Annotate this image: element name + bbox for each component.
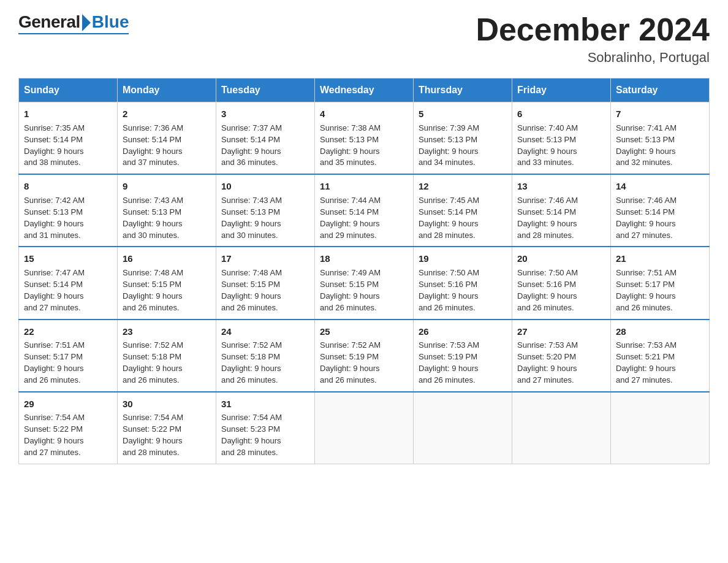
calendar-cell: 28 Sunrise: 7:53 AM Sunset: 5:21 PM Dayl… xyxy=(611,320,710,392)
day-info: Sunrise: 7:50 AM Sunset: 5:16 PM Dayligh… xyxy=(517,267,605,313)
calendar-cell: 17 Sunrise: 7:48 AM Sunset: 5:15 PM Dayl… xyxy=(216,247,315,319)
calendar-header-row: Sunday Monday Tuesday Wednesday Thursday… xyxy=(19,79,710,102)
day-number: 31 xyxy=(221,397,309,411)
day-info: Sunrise: 7:45 AM Sunset: 5:14 PM Dayligh… xyxy=(419,195,507,241)
day-info: Sunrise: 7:50 AM Sunset: 5:16 PM Dayligh… xyxy=(419,267,507,313)
week-row-3: 15 Sunrise: 7:47 AM Sunset: 5:14 PM Dayl… xyxy=(19,247,710,319)
col-saturday: Saturday xyxy=(611,79,710,102)
day-info: Sunrise: 7:52 AM Sunset: 5:18 PM Dayligh… xyxy=(123,340,211,386)
calendar-cell: 2 Sunrise: 7:36 AM Sunset: 5:14 PM Dayli… xyxy=(118,102,216,175)
logo-underline xyxy=(18,33,129,34)
calendar-table: Sunday Monday Tuesday Wednesday Thursday… xyxy=(18,78,710,464)
calendar-cell: 27 Sunrise: 7:53 AM Sunset: 5:20 PM Dayl… xyxy=(512,320,611,392)
day-number: 10 xyxy=(221,180,309,193)
logo-blue-text: Blue xyxy=(92,12,129,32)
day-number: 19 xyxy=(419,252,507,266)
title-section: December 2024 Sobralinho, Portugal xyxy=(476,12,710,66)
page-header: General Blue December 2024 Sobralinho, P… xyxy=(18,12,710,66)
calendar-cell: 10 Sunrise: 7:43 AM Sunset: 5:13 PM Dayl… xyxy=(216,174,315,247)
day-number: 15 xyxy=(24,252,112,266)
day-info: Sunrise: 7:35 AM Sunset: 5:14 PM Dayligh… xyxy=(24,123,112,169)
day-info: Sunrise: 7:51 AM Sunset: 5:17 PM Dayligh… xyxy=(616,267,704,313)
day-number: 22 xyxy=(24,325,112,339)
day-info: Sunrise: 7:53 AM Sunset: 5:21 PM Dayligh… xyxy=(616,340,704,386)
week-row-1: 1 Sunrise: 7:35 AM Sunset: 5:14 PM Dayli… xyxy=(19,102,710,175)
logo: General Blue xyxy=(18,12,129,34)
day-info: Sunrise: 7:52 AM Sunset: 5:19 PM Dayligh… xyxy=(320,340,408,386)
day-info: Sunrise: 7:42 AM Sunset: 5:13 PM Dayligh… xyxy=(24,195,112,241)
day-number: 28 xyxy=(616,325,704,339)
day-number: 12 xyxy=(419,180,507,193)
day-number: 14 xyxy=(616,180,704,193)
calendar-cell: 14 Sunrise: 7:46 AM Sunset: 5:14 PM Dayl… xyxy=(611,174,710,247)
day-number: 6 xyxy=(517,107,605,121)
day-number: 11 xyxy=(320,180,408,193)
calendar-cell xyxy=(414,392,512,464)
day-number: 13 xyxy=(517,180,605,193)
day-number: 1 xyxy=(24,107,112,121)
day-info: Sunrise: 7:39 AM Sunset: 5:13 PM Dayligh… xyxy=(419,123,507,169)
day-info: Sunrise: 7:41 AM Sunset: 5:13 PM Dayligh… xyxy=(616,123,704,169)
calendar-cell: 23 Sunrise: 7:52 AM Sunset: 5:18 PM Dayl… xyxy=(118,320,216,392)
day-number: 16 xyxy=(123,252,211,266)
day-info: Sunrise: 7:53 AM Sunset: 5:19 PM Dayligh… xyxy=(419,340,507,386)
calendar-cell: 6 Sunrise: 7:40 AM Sunset: 5:13 PM Dayli… xyxy=(512,102,611,175)
day-info: Sunrise: 7:43 AM Sunset: 5:13 PM Dayligh… xyxy=(123,195,211,241)
day-info: Sunrise: 7:51 AM Sunset: 5:17 PM Dayligh… xyxy=(24,340,112,386)
day-info: Sunrise: 7:46 AM Sunset: 5:14 PM Dayligh… xyxy=(616,195,704,241)
day-number: 21 xyxy=(616,252,704,266)
calendar-cell: 12 Sunrise: 7:45 AM Sunset: 5:14 PM Dayl… xyxy=(414,174,512,247)
day-info: Sunrise: 7:38 AM Sunset: 5:13 PM Dayligh… xyxy=(320,123,408,169)
day-number: 7 xyxy=(616,107,704,121)
week-row-2: 8 Sunrise: 7:42 AM Sunset: 5:13 PM Dayli… xyxy=(19,174,710,247)
calendar-cell: 16 Sunrise: 7:48 AM Sunset: 5:15 PM Dayl… xyxy=(118,247,216,319)
week-row-5: 29 Sunrise: 7:54 AM Sunset: 5:22 PM Dayl… xyxy=(19,392,710,464)
calendar-cell: 21 Sunrise: 7:51 AM Sunset: 5:17 PM Dayl… xyxy=(611,247,710,319)
calendar-cell: 22 Sunrise: 7:51 AM Sunset: 5:17 PM Dayl… xyxy=(19,320,118,392)
calendar-cell xyxy=(611,392,710,464)
day-number: 29 xyxy=(24,397,112,411)
col-tuesday: Tuesday xyxy=(216,79,315,102)
day-number: 18 xyxy=(320,252,408,266)
day-number: 23 xyxy=(123,325,211,339)
calendar-cell: 15 Sunrise: 7:47 AM Sunset: 5:14 PM Dayl… xyxy=(19,247,118,319)
day-info: Sunrise: 7:47 AM Sunset: 5:14 PM Dayligh… xyxy=(24,267,112,313)
calendar-cell xyxy=(512,392,611,464)
day-number: 5 xyxy=(419,107,507,121)
col-wednesday: Wednesday xyxy=(315,79,414,102)
calendar-cell: 3 Sunrise: 7:37 AM Sunset: 5:14 PM Dayli… xyxy=(216,102,315,175)
day-number: 3 xyxy=(221,107,309,121)
day-info: Sunrise: 7:53 AM Sunset: 5:20 PM Dayligh… xyxy=(517,340,605,386)
calendar-cell: 26 Sunrise: 7:53 AM Sunset: 5:19 PM Dayl… xyxy=(414,320,512,392)
calendar-cell: 1 Sunrise: 7:35 AM Sunset: 5:14 PM Dayli… xyxy=(19,102,118,175)
col-sunday: Sunday xyxy=(19,79,118,102)
day-number: 30 xyxy=(123,397,211,411)
calendar-cell: 11 Sunrise: 7:44 AM Sunset: 5:14 PM Dayl… xyxy=(315,174,414,247)
calendar-cell: 30 Sunrise: 7:54 AM Sunset: 5:22 PM Dayl… xyxy=(118,392,216,464)
logo-general-text: General xyxy=(18,12,80,32)
logo-arrow-icon xyxy=(82,14,91,31)
calendar-cell: 24 Sunrise: 7:52 AM Sunset: 5:18 PM Dayl… xyxy=(216,320,315,392)
location-subtitle: Sobralinho, Portugal xyxy=(476,50,710,66)
day-number: 17 xyxy=(221,252,309,266)
day-info: Sunrise: 7:43 AM Sunset: 5:13 PM Dayligh… xyxy=(221,195,309,241)
calendar-cell: 8 Sunrise: 7:42 AM Sunset: 5:13 PM Dayli… xyxy=(19,174,118,247)
calendar-cell: 7 Sunrise: 7:41 AM Sunset: 5:13 PM Dayli… xyxy=(611,102,710,175)
calendar-cell: 19 Sunrise: 7:50 AM Sunset: 5:16 PM Dayl… xyxy=(414,247,512,319)
day-number: 2 xyxy=(123,107,211,121)
day-info: Sunrise: 7:44 AM Sunset: 5:14 PM Dayligh… xyxy=(320,195,408,241)
calendar-cell: 18 Sunrise: 7:49 AM Sunset: 5:15 PM Dayl… xyxy=(315,247,414,319)
calendar-cell: 5 Sunrise: 7:39 AM Sunset: 5:13 PM Dayli… xyxy=(414,102,512,175)
calendar-cell: 29 Sunrise: 7:54 AM Sunset: 5:22 PM Dayl… xyxy=(19,392,118,464)
day-number: 9 xyxy=(123,180,211,193)
day-number: 26 xyxy=(419,325,507,339)
day-number: 25 xyxy=(320,325,408,339)
day-number: 4 xyxy=(320,107,408,121)
col-friday: Friday xyxy=(512,79,611,102)
day-number: 27 xyxy=(517,325,605,339)
day-info: Sunrise: 7:48 AM Sunset: 5:15 PM Dayligh… xyxy=(221,267,309,313)
col-thursday: Thursday xyxy=(414,79,512,102)
day-info: Sunrise: 7:54 AM Sunset: 5:23 PM Dayligh… xyxy=(221,412,309,458)
day-info: Sunrise: 7:36 AM Sunset: 5:14 PM Dayligh… xyxy=(123,123,211,169)
calendar-cell: 13 Sunrise: 7:46 AM Sunset: 5:14 PM Dayl… xyxy=(512,174,611,247)
